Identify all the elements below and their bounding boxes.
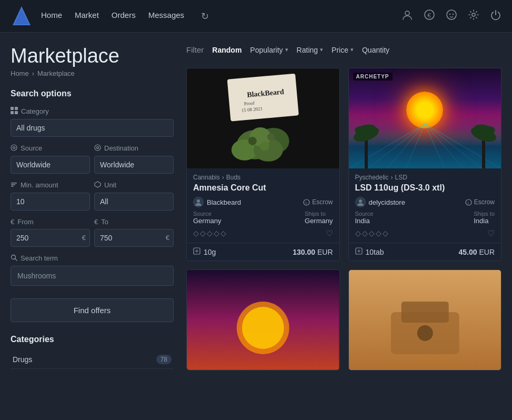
product-stars-2: ◇ ◇ ◇ ◇ ◇ xyxy=(355,229,388,237)
vendor-avatar-1 xyxy=(193,197,204,207)
source-col-1: Source Germany xyxy=(193,211,221,225)
category-sub-2[interactable]: LSD xyxy=(395,174,407,181)
svg-line-53 xyxy=(425,124,444,169)
category-select[interactable]: All drugs xyxy=(11,119,174,137)
qty-value-1: 10g xyxy=(204,248,216,256)
product-card-3: ARCHETYP xyxy=(186,269,340,371)
amount-unit-filter: Min. amount Unit All xyxy=(11,181,174,211)
popularity-chevron: ▾ xyxy=(285,46,288,53)
price-value-2: 45.00 xyxy=(459,248,477,256)
destination-select[interactable]: Worldwide xyxy=(94,156,174,174)
destination-icon xyxy=(94,144,101,153)
source-select[interactable]: Worldwide xyxy=(11,156,90,174)
product-card-4: ARCHETYP xyxy=(348,269,502,371)
currency-icon[interactable]: € xyxy=(424,9,435,23)
product-image-3: ARCHETYP xyxy=(187,270,339,370)
filter-rating[interactable]: Rating ▾ xyxy=(297,46,323,54)
filter-quantity[interactable]: Quantity xyxy=(362,46,389,54)
svg-line-51 xyxy=(405,124,425,169)
unit-label: Unit xyxy=(94,181,174,189)
svg-point-6 xyxy=(449,14,450,15)
product-category-1: Cannabis › Buds xyxy=(193,174,333,181)
product-title-2: LSD 110ug (DS-3.0 xtl) xyxy=(355,183,495,193)
nav-orders[interactable]: Orders xyxy=(112,11,136,22)
product-image-4: ARCHETYP xyxy=(349,270,501,370)
category-filter: Category All drugs xyxy=(11,107,174,137)
from-label: € From xyxy=(11,218,90,226)
heart-button-2[interactable]: ♡ xyxy=(487,228,495,238)
qty-icon-1 xyxy=(193,247,200,256)
sidebar: Marketplace Home › Marketplace Search op… xyxy=(11,45,174,371)
category-count-badge: 78 xyxy=(156,355,172,364)
page-title: Marketplace xyxy=(11,45,174,67)
nav-links: Home Market Orders Messages ↻ xyxy=(41,11,401,22)
unit-select[interactable]: All xyxy=(94,193,174,211)
product-title-1: Amnesia Core Cut xyxy=(193,183,333,193)
filter-price[interactable]: Price ▾ xyxy=(332,46,354,54)
source-destination-filter: Source Worldwide Destina xyxy=(11,144,174,174)
product-meta-2: delycidstore i Escrow xyxy=(355,197,495,207)
category-item-drugs[interactable]: Drugs 78 xyxy=(11,351,174,369)
svg-rect-9 xyxy=(11,107,14,110)
user-icon[interactable] xyxy=(401,9,413,23)
search-icon xyxy=(11,254,17,263)
category-sub-1[interactable]: Buds xyxy=(226,174,240,181)
main-content: Filter Random Popularity ▾ Rating ▾ Pric… xyxy=(186,45,501,371)
from-currency-icon: € xyxy=(11,218,14,226)
heart-button-1[interactable]: ♡ xyxy=(326,228,333,238)
archetyp-badge-2: ARCHETYP xyxy=(353,73,393,81)
svg-line-54 xyxy=(425,124,463,169)
breadcrumb: Home › Marketplace xyxy=(11,69,174,77)
svg-rect-10 xyxy=(15,107,18,110)
palm-left xyxy=(349,105,386,168)
svg-point-5 xyxy=(447,10,456,19)
amount-icon xyxy=(11,181,17,189)
search-term-label: Search term xyxy=(11,254,174,263)
product-price-1: 130.00 EUR xyxy=(293,248,333,256)
from-filter: € From € xyxy=(11,218,90,247)
settings-icon[interactable] xyxy=(468,9,479,23)
stars-heart-1: ◇ ◇ ◇ ◇ ◇ ♡ xyxy=(193,227,333,243)
power-icon[interactable] xyxy=(490,9,501,23)
filter-bar: Filter Random Popularity ▾ Rating ▾ Pric… xyxy=(186,45,501,59)
product-shipping-2: Source India Ships to India xyxy=(355,211,495,225)
from-input[interactable] xyxy=(11,229,90,247)
ships-to-col-1: Ships to Germany xyxy=(305,211,333,225)
breadcrumb-home[interactable]: Home xyxy=(11,69,29,77)
category-main-2[interactable]: Pyschedelic xyxy=(355,174,389,181)
destination-label: Destination xyxy=(94,144,174,153)
face-icon[interactable] xyxy=(446,9,457,23)
filter-popularity[interactable]: Popularity ▾ xyxy=(250,46,288,54)
svg-rect-61 xyxy=(482,137,485,168)
product-category-2: Pyschedelic › LSD xyxy=(355,174,495,181)
nav-home[interactable]: Home xyxy=(41,11,62,22)
to-input[interactable] xyxy=(94,229,174,247)
find-offers-button[interactable]: Find offers xyxy=(11,298,174,322)
nav-messages[interactable]: Messages xyxy=(148,11,184,22)
escrow-badge-1: i Escrow xyxy=(303,198,333,206)
from-input-wrapper: € xyxy=(11,229,90,247)
product-info-1: Cannabis › Buds Amnesia Core Cut Blackbe… xyxy=(187,168,339,243)
min-amount-input[interactable] xyxy=(11,193,90,211)
svg-rect-18 xyxy=(11,184,15,185)
category-main-1[interactable]: Cannabis xyxy=(193,174,220,181)
star-3: ◇ xyxy=(207,229,213,237)
app-logo[interactable] xyxy=(11,5,33,27)
category-name: Drugs xyxy=(13,355,32,364)
search-term-input[interactable] xyxy=(11,266,174,286)
svg-point-34 xyxy=(267,133,275,141)
filter-random[interactable]: Random xyxy=(212,46,242,54)
price-currency-2: EUR xyxy=(479,248,495,256)
palm-right xyxy=(464,105,501,168)
vendor-avatar-2 xyxy=(355,197,366,207)
source-icon xyxy=(11,144,17,153)
svg-point-73 xyxy=(242,307,284,349)
refresh-icon[interactable]: ↻ xyxy=(201,11,209,22)
product-price-2: 45.00 EUR xyxy=(459,248,495,256)
product-footer-1: 10g 130.00 EUR xyxy=(187,243,339,261)
categories-heading: Categories xyxy=(11,335,174,344)
breadcrumb-current: Marketplace xyxy=(37,69,75,77)
nav-market[interactable]: Market xyxy=(75,11,99,22)
filter-label: Filter xyxy=(186,45,204,54)
svg-rect-17 xyxy=(11,183,17,184)
